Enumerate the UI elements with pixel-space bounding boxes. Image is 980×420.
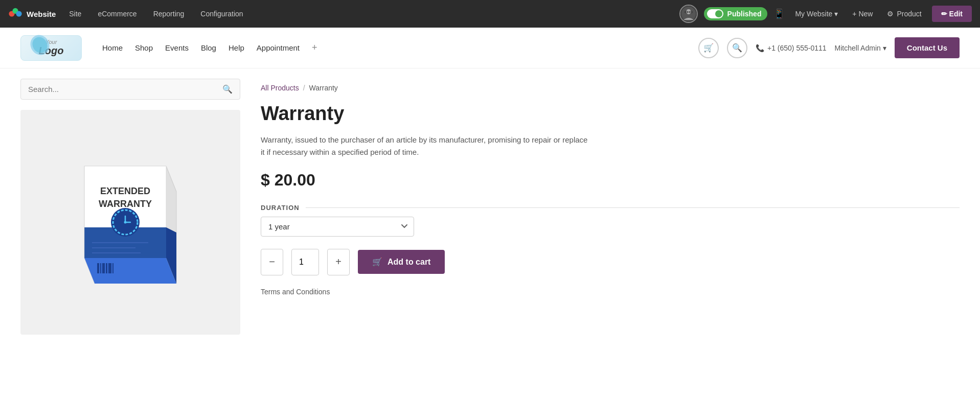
logo-box: Your Logo xyxy=(20,35,82,61)
toggle-switch xyxy=(707,9,723,18)
product-description: Warranty, issued to the purchaser of an … xyxy=(261,134,588,158)
avatar-image xyxy=(681,7,696,21)
product-image-svg: EXTENDED WARRANTY xyxy=(54,125,207,319)
quantity-minus-button[interactable]: − xyxy=(261,249,283,275)
svg-text:WARRANTY: WARRANTY xyxy=(99,199,152,209)
published-toggle[interactable]: Published xyxy=(704,7,768,20)
duration-section: DURATION 1 year 2 years 3 years xyxy=(261,204,960,237)
quantity-cart-row: − + 🛒 Add to cart xyxy=(261,249,960,275)
admin-bar: Website Site eCommerce Reporting Configu… xyxy=(0,0,980,28)
phone-icon: 📞 xyxy=(756,44,764,52)
my-website-label: My Website xyxy=(795,10,832,18)
right-panel: All Products / Warranty Warranty Warrant… xyxy=(261,79,960,410)
admin-bar-left: Website Site eCommerce Reporting Configu… xyxy=(8,7,669,21)
admin-bar-right: Published 📱 My Website ▾ + New ⚙ Product… xyxy=(679,5,972,23)
nav-events[interactable]: Events xyxy=(165,43,189,52)
search-input[interactable] xyxy=(28,85,222,94)
nav-blog[interactable]: Blog xyxy=(201,43,216,52)
product-title: Warranty xyxy=(261,102,960,126)
contact-us-button[interactable]: Contact Us xyxy=(895,37,960,58)
nav-appointment[interactable]: Appointment xyxy=(257,43,300,52)
admin-nav-reporting[interactable]: Reporting xyxy=(150,8,188,20)
duration-select[interactable]: 1 year 2 years 3 years xyxy=(261,217,414,237)
user-area[interactable]: Mitchell Admin ▾ xyxy=(835,44,886,52)
user-chevron-icon: ▾ xyxy=(883,44,886,52)
search-icon: 🔍 xyxy=(732,43,742,53)
new-label: + New xyxy=(852,10,873,18)
breadcrumb: All Products / Warranty xyxy=(261,84,960,92)
nav-home[interactable]: Home xyxy=(102,43,123,52)
main-content: 🔍 EXTENDED WARRANTY xyxy=(0,68,980,420)
user-name: Mitchell Admin xyxy=(835,44,881,52)
my-website-button[interactable]: My Website ▾ xyxy=(791,8,842,20)
nav-shop[interactable]: Shop xyxy=(135,43,153,52)
svg-point-23 xyxy=(124,221,127,224)
svg-rect-34 xyxy=(112,263,113,273)
nav-add-item-button[interactable]: + xyxy=(312,42,317,53)
left-panel: 🔍 EXTENDED WARRANTY xyxy=(20,79,240,410)
search-icon-button[interactable]: 🔍 xyxy=(727,38,747,58)
add-to-cart-label: Add to cart xyxy=(388,258,430,267)
search-box: 🔍 xyxy=(20,79,240,100)
cart-icon: 🛒 xyxy=(703,43,714,53)
svg-rect-32 xyxy=(106,263,107,273)
phone-number: +1 (650) 555-0111 xyxy=(767,44,827,52)
admin-nav-site[interactable]: Site xyxy=(66,8,84,20)
svg-point-2 xyxy=(16,11,21,16)
published-label: Published xyxy=(727,10,762,18)
svg-rect-30 xyxy=(100,263,101,273)
site-header: Your Logo Home Shop Events Blog Help App… xyxy=(0,28,980,68)
svg-rect-31 xyxy=(102,263,105,273)
admin-nav-ecommerce[interactable]: eCommerce xyxy=(95,8,140,20)
logo-area[interactable]: Your Logo xyxy=(20,35,82,61)
cart-icon-button[interactable]: 🛒 xyxy=(698,38,719,58)
site-header-right: 🛒 🔍 📞 +1 (650) 555-0111 Mitchell Admin ▾… xyxy=(698,37,960,58)
admin-brand[interactable]: Website xyxy=(8,7,56,21)
product-button[interactable]: ⚙ Product xyxy=(883,8,925,20)
breadcrumb-current: Warranty xyxy=(309,84,338,92)
svg-rect-33 xyxy=(108,263,111,273)
avatar[interactable] xyxy=(679,5,698,23)
edit-button[interactable]: ✏ Edit xyxy=(932,6,972,22)
product-price: $ 20.00 xyxy=(261,171,960,190)
breadcrumb-all-products[interactable]: All Products xyxy=(261,84,299,92)
new-button[interactable]: + New xyxy=(848,8,877,20)
quantity-input[interactable] xyxy=(291,249,319,275)
logo-leaf-icon xyxy=(30,35,50,55)
mobile-icon[interactable]: 📱 xyxy=(773,8,785,19)
svg-rect-29 xyxy=(97,263,99,273)
search-submit-icon[interactable]: 🔍 xyxy=(222,84,233,94)
product-image: EXTENDED WARRANTY xyxy=(20,110,240,335)
avatar-face xyxy=(680,5,697,23)
odoo-logo-icon xyxy=(8,7,22,21)
svg-text:EXTENDED: EXTENDED xyxy=(100,186,150,196)
breadcrumb-separator: / xyxy=(303,84,305,92)
nav-help[interactable]: Help xyxy=(229,43,244,52)
quantity-plus-button[interactable]: + xyxy=(327,249,350,275)
site-nav: Home Shop Events Blog Help Appointment + xyxy=(102,42,698,53)
add-to-cart-button[interactable]: 🛒 Add to cart xyxy=(358,250,445,274)
phone-area: 📞 +1 (650) 555-0111 xyxy=(756,44,827,52)
gear-icon: ⚙ xyxy=(887,10,894,18)
admin-nav-configuration[interactable]: Configuration xyxy=(197,8,246,20)
admin-brand-label: Website xyxy=(27,10,56,18)
duration-label: DURATION xyxy=(261,204,960,212)
cart-icon: 🛒 xyxy=(372,257,382,267)
product-label: Product xyxy=(897,10,921,18)
terms-and-conditions-link[interactable]: Terms and Conditions xyxy=(261,288,960,296)
my-website-chevron: ▾ xyxy=(834,10,838,18)
